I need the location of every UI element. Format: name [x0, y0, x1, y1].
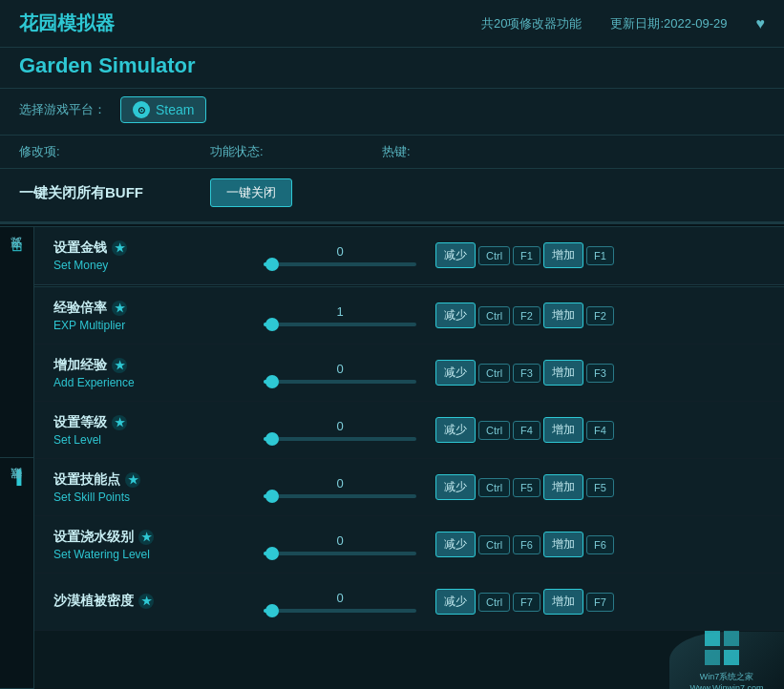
increase-button[interactable]: 增加: [543, 532, 583, 557]
slider-track[interactable]: [264, 323, 416, 326]
fn-key-badge-2: F4: [586, 421, 614, 440]
decrease-button[interactable]: 减少: [435, 589, 476, 615]
slider-track[interactable]: [264, 609, 416, 613]
fn-key-badge-1: F6: [513, 535, 540, 554]
increase-button[interactable]: 增加: [543, 242, 583, 268]
hotkey-area: 减少 Ctrl F5 增加 F5: [435, 474, 765, 500]
slider-track[interactable]: [264, 552, 416, 555]
app-container: 花园模拟器 共20项修改器功能 更新日期:2022-09-29 ♥ Garden…: [0, 0, 784, 689]
header-meta: 共20项修改器功能 更新日期:2022-09-29 ♥: [481, 15, 765, 32]
hotkey-area: 减少 Ctrl F3 增加 F3: [435, 360, 765, 386]
slider-area: 0: [244, 591, 435, 613]
slider-thumb[interactable]: [265, 432, 279, 446]
increase-button[interactable]: 增加: [543, 417, 583, 443]
col-hotkey: 热键:: [382, 143, 765, 160]
slider-area: 1: [244, 304, 435, 326]
slider-thumb[interactable]: [265, 490, 279, 503]
mod-name-cn: 设置浇水级别 ★: [53, 529, 244, 546]
mod-item: 沙漠植被密度 ★ 0 减少 Ctrl F7 增加 F7: [34, 574, 784, 631]
mod-name-cn: 设置技能点 ★: [53, 471, 244, 489]
steam-icon: ⊙: [133, 101, 150, 118]
ctrl-key-badge: Ctrl: [478, 246, 510, 265]
modifier-count: 共20项修改器功能: [481, 15, 582, 32]
hotkey-area: 减少 Ctrl F2 增加 F2: [435, 303, 765, 328]
fn-key-badge-1: F1: [513, 246, 540, 265]
mod-info: 设置浇水级别 ★ Set Watering Level: [53, 529, 244, 561]
slider-thumb[interactable]: [265, 318, 279, 331]
decrease-button[interactable]: 减少: [435, 417, 476, 443]
star-icon[interactable]: ★: [112, 358, 127, 373]
platform-button[interactable]: ⊙ Steam: [120, 96, 206, 123]
platform-label: 选择游戏平台：: [19, 101, 106, 118]
main-content: ⊞ 资源 ▐ 数据 设置金钱 ★ Set Money 0: [0, 227, 784, 689]
app-title: 花园模拟器: [19, 10, 115, 36]
ctrl-key-badge: Ctrl: [478, 421, 510, 440]
left-sidebar: ⊞ 资源 ▐ 数据: [0, 227, 34, 689]
sidebar-resource-section: ⊞ 资源: [0, 227, 33, 458]
mod-item: 设置金钱 ★ Set Money 0 减少 Ctrl F1 增加 F1: [34, 227, 784, 284]
increase-button[interactable]: 增加: [543, 303, 583, 328]
mod-info: 设置技能点 ★ Set Skill Points: [53, 471, 244, 504]
mod-name-cn: 经验倍率 ★: [53, 300, 244, 317]
increase-button[interactable]: 增加: [543, 589, 583, 615]
mod-name-en: Set Watering Level: [53, 548, 244, 561]
watermark: Win7系统之家 Www.Winwin7.com: [669, 632, 784, 689]
hotkey-area: 减少 Ctrl F1 增加 F1: [435, 242, 765, 268]
slider-thumb[interactable]: [265, 375, 279, 388]
mod-name-en: EXP Multiplier: [53, 319, 244, 332]
oneclick-section: 一键关闭所有BUFF 一键关闭: [0, 169, 784, 223]
mod-name-en: Set Money: [53, 259, 244, 272]
decrease-button[interactable]: 减少: [435, 532, 476, 557]
mod-item: 设置浇水级别 ★ Set Watering Level 0 减少 Ctrl F6…: [34, 516, 784, 574]
mod-name-en: Set Level: [53, 433, 244, 447]
increase-button[interactable]: 增加: [543, 360, 583, 386]
decrease-button[interactable]: 减少: [435, 360, 476, 386]
slider-track[interactable]: [264, 380, 416, 384]
decrease-button[interactable]: 减少: [435, 242, 476, 268]
col-status: 功能状态:: [210, 143, 382, 160]
content-area[interactable]: 设置金钱 ★ Set Money 0 减少 Ctrl F1 增加 F1 经验倍率…: [34, 227, 784, 689]
update-date: 更新日期:2022-09-29: [610, 15, 727, 32]
slider-track[interactable]: [264, 437, 416, 441]
platform-name: Steam: [156, 102, 194, 117]
slider-value: 0: [336, 419, 343, 433]
star-icon[interactable]: ★: [125, 472, 140, 488]
mod-item: 增加经验 ★ Add Experience 0 减少 Ctrl F3 增加 F3: [34, 344, 784, 402]
mod-info: 设置金钱 ★ Set Money: [53, 240, 244, 272]
fn-key-badge-1: F2: [513, 306, 540, 325]
slider-track[interactable]: [264, 262, 416, 266]
svg-rect-3: [724, 650, 739, 665]
mod-name-cn: 增加经验 ★: [53, 357, 244, 374]
slider-value: 0: [336, 533, 343, 548]
fn-key-badge-2: F1: [586, 246, 614, 265]
star-icon[interactable]: ★: [138, 594, 154, 609]
fn-key-badge-1: F3: [513, 364, 540, 383]
fn-key-badge-2: F3: [586, 364, 614, 383]
fn-key-badge-2: F7: [586, 593, 614, 612]
hotkey-area: 减少 Ctrl F6 增加 F6: [435, 532, 765, 557]
hotkey-area: 减少 Ctrl F7 增加 F7: [435, 589, 765, 615]
game-title: Garden Simulator: [19, 53, 196, 77]
favorite-icon[interactable]: ♥: [756, 15, 766, 32]
mod-info: 设置等级 ★ Set Level: [53, 414, 244, 447]
slider-area: 0: [244, 533, 435, 555]
slider-area: 0: [244, 476, 435, 498]
hotkey-area: 减少 Ctrl F4 增加 F4: [435, 417, 765, 443]
mod-info: 沙漠植被密度 ★: [53, 593, 244, 612]
star-icon[interactable]: ★: [138, 530, 154, 545]
mod-name-cn: 沙漠植被密度 ★: [53, 593, 244, 610]
decrease-button[interactable]: 减少: [435, 474, 476, 500]
decrease-button[interactable]: 减少: [435, 303, 476, 328]
star-icon[interactable]: ★: [112, 301, 127, 316]
ctrl-key-badge: Ctrl: [478, 364, 510, 383]
slider-thumb[interactable]: [265, 604, 279, 617]
star-icon[interactable]: ★: [112, 240, 127, 256]
mod-name-en: Set Skill Points: [53, 491, 244, 504]
increase-button[interactable]: 增加: [543, 474, 583, 500]
slider-thumb[interactable]: [265, 547, 279, 560]
slider-track[interactable]: [264, 494, 416, 498]
oneclick-button[interactable]: 一键关闭: [210, 178, 292, 207]
watermark-text1: Win7系统之家: [700, 671, 754, 683]
star-icon[interactable]: ★: [112, 415, 127, 430]
slider-thumb[interactable]: [265, 258, 279, 271]
